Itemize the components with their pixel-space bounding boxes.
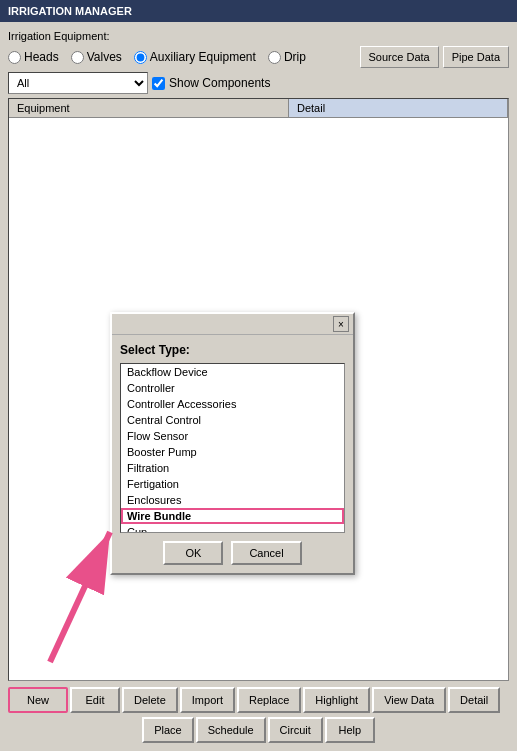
list-item[interactable]: Controller Accessories — [121, 396, 344, 412]
edit-button[interactable]: Edit — [70, 687, 120, 713]
bottom-buttons-row1: New Edit Delete Import Replace Highlight… — [8, 687, 509, 713]
highlight-button[interactable]: Highlight — [303, 687, 370, 713]
show-components-row: Show Components — [152, 76, 270, 90]
modal-label: Select Type: — [120, 343, 345, 357]
list-item[interactable]: Booster Pump — [121, 444, 344, 460]
controls-row: All Show Components — [8, 72, 509, 94]
import-button[interactable]: Import — [180, 687, 235, 713]
modal-title-bar: × — [112, 314, 353, 335]
radio-row: Heads Valves Auxiliary Equipment Drip So… — [8, 46, 509, 68]
wire-bundle-item[interactable]: Wire Bundle — [121, 508, 344, 524]
help-button[interactable]: Help — [325, 717, 375, 743]
list-item[interactable]: Cup — [121, 524, 344, 533]
detail-button[interactable]: Detail — [448, 687, 500, 713]
title-bar: IRRIGATION MANAGER — [0, 0, 517, 22]
modal-ok-button[interactable]: OK — [163, 541, 223, 565]
list-item[interactable]: Controller — [121, 380, 344, 396]
title-text: IRRIGATION MANAGER — [8, 5, 132, 17]
modal-cancel-button[interactable]: Cancel — [231, 541, 301, 565]
bottom-buttons-row2: Place Schedule Circuit Help — [8, 717, 509, 743]
radio-valves[interactable]: Valves — [71, 50, 122, 64]
new-button[interactable]: New — [8, 687, 68, 713]
radio-heads[interactable]: Heads — [8, 50, 59, 64]
source-data-button[interactable]: Source Data — [360, 46, 439, 68]
radio-auxiliary[interactable]: Auxiliary Equipment — [134, 50, 256, 64]
select-type-modal: × Select Type: Backflow Device Controlle… — [110, 312, 355, 575]
main-panel: Irrigation Equipment: Heads Valves Auxil… — [0, 22, 517, 751]
list-item[interactable]: Filtration — [121, 460, 344, 476]
equipment-dropdown[interactable]: All — [8, 72, 148, 94]
schedule-button[interactable]: Schedule — [196, 717, 266, 743]
list-item[interactable]: Flow Sensor — [121, 428, 344, 444]
replace-button[interactable]: Replace — [237, 687, 301, 713]
radio-drip[interactable]: Drip — [268, 50, 306, 64]
modal-buttons: OK Cancel — [120, 541, 345, 565]
place-button[interactable]: Place — [142, 717, 194, 743]
list-item[interactable]: Fertigation — [121, 476, 344, 492]
equipment-column-header: Equipment — [9, 99, 289, 117]
view-data-button[interactable]: View Data — [372, 687, 446, 713]
detail-column-header: Detail — [289, 99, 508, 117]
table-header: Equipment Detail — [9, 99, 508, 118]
list-item[interactable]: Central Control — [121, 412, 344, 428]
show-components-label: Show Components — [169, 76, 270, 90]
modal-content: Select Type: Backflow Device Controller … — [112, 335, 353, 573]
modal-close-button[interactable]: × — [333, 316, 349, 332]
show-components-checkbox[interactable] — [152, 77, 165, 90]
irrigation-label: Irrigation Equipment: — [8, 30, 509, 42]
list-item[interactable]: Backflow Device — [121, 364, 344, 380]
delete-button[interactable]: Delete — [122, 687, 178, 713]
pipe-data-button[interactable]: Pipe Data — [443, 46, 509, 68]
circuit-button[interactable]: Circuit — [268, 717, 323, 743]
list-item[interactable]: Enclosures — [121, 492, 344, 508]
modal-list[interactable]: Backflow Device Controller Controller Ac… — [120, 363, 345, 533]
